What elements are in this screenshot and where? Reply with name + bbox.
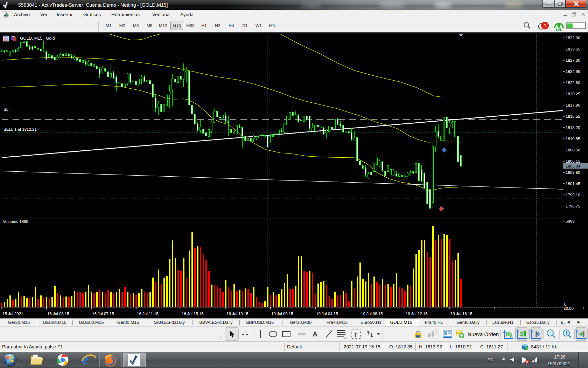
svg-text:1829.65: 1829.65 [566, 47, 580, 52]
svg-text:A: A [313, 330, 317, 338]
svg-text:SELL 1 at 1812.21: SELL 1 at 1812.21 [4, 128, 37, 132]
svg-text:1803.80: 1803.80 [566, 171, 580, 175]
svg-text:1813.20: 1813.20 [566, 126, 580, 130]
svg-text:16 Jul 19:15: 16 Jul 19:15 [226, 312, 248, 316]
svg-text:16 Jul 03:15: 16 Jul 03:15 [47, 312, 69, 316]
svg-text:19 Jul 08:15: 19 Jul 08:15 [361, 312, 383, 316]
svg-text:1827.30: 1827.30 [566, 59, 580, 63]
svg-text:1810.85: 1810.85 [566, 137, 580, 141]
svg-text:19 Jul 16:15: 19 Jul 16:15 [450, 312, 472, 316]
svg-text:5989: 5989 [566, 219, 575, 224]
svg-text:16 Jul 07:15: 16 Jul 07:15 [92, 312, 114, 316]
svg-text:Nueva Orden: Nueva Orden [468, 332, 499, 338]
svg-text:SL: SL [4, 108, 9, 112]
svg-text:15 Jul 2021: 15 Jul 2021 [2, 312, 23, 316]
svg-text:16 Jul 15:15: 16 Jul 15:15 [182, 312, 204, 316]
svg-text:19 Jul 00:15: 19 Jul 00:15 [271, 312, 293, 316]
svg-text:1801.45: 1801.45 [566, 182, 580, 186]
svg-text:1824.95: 1824.95 [566, 70, 580, 74]
svg-text:Volumes 1895: Volumes 1895 [3, 220, 28, 224]
svg-text:1820.25: 1820.25 [566, 92, 580, 96]
svg-text:19 Jul 04:15: 19 Jul 04:15 [316, 312, 338, 316]
svg-text:1808.50: 1808.50 [566, 148, 580, 152]
svg-text:1: 1 [544, 23, 546, 28]
svg-text:1799.10: 1799.10 [566, 193, 580, 197]
svg-text:1796.75: 1796.75 [566, 204, 580, 209]
svg-text:1815.55: 1815.55 [566, 115, 580, 119]
svg-text:1817.90: 1817.90 [566, 103, 580, 108]
svg-text:1822.60: 1822.60 [566, 81, 580, 85]
svg-text:F: F [344, 336, 346, 340]
svg-text:16 Jul 11:15: 16 Jul 11:15 [137, 312, 159, 316]
svg-text:19 Jul 12:15: 19 Jul 12:15 [406, 312, 428, 316]
svg-text:1806.15: 1806.15 [566, 159, 580, 164]
svg-text:GOLD, M15: Gold: GOLD, M15: Gold [20, 36, 55, 41]
svg-text:30.00: 30.00 [564, 307, 574, 311]
svg-text:0: 0 [564, 302, 566, 307]
svg-text:1832.00: 1832.00 [566, 36, 580, 40]
svg-text:LVL: LVL [556, 28, 562, 32]
svg-text:1805.04: 1805.04 [566, 164, 580, 169]
svg-text:T: T [354, 332, 358, 338]
